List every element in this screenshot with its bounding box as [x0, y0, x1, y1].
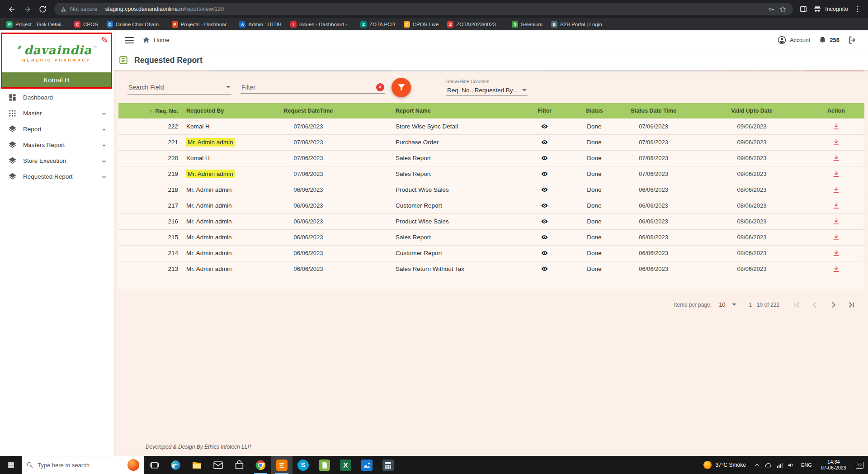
bookmark-item[interactable]: SSelenium — [512, 21, 542, 28]
table-row[interactable]: 221 Mr. Admin admin 07/06/2023 Purchase … — [118, 134, 864, 150]
network-icon[interactable] — [774, 461, 785, 469]
col-status-date-time[interactable]: Status Date Time — [611, 103, 696, 118]
col-request-datetime[interactable]: Request DateTime — [256, 103, 360, 118]
download-icon[interactable] — [832, 249, 840, 256]
download-icon[interactable] — [832, 186, 840, 193]
news-widget-icon[interactable] — [127, 459, 139, 471]
sidebar-item-master[interactable]: Master — [0, 105, 114, 121]
back-icon[interactable] — [5, 2, 19, 16]
bookmark-item[interactable]: ZZOTA/2023/0023 -... — [447, 21, 503, 28]
bookmark-item[interactable]: IIssues · Dashboard ·... — [290, 21, 352, 28]
bookmark-item[interactable]: PProjects · Dashboar... — [172, 21, 231, 28]
side-panel-icon[interactable] — [799, 5, 807, 13]
view-filter-icon[interactable] — [540, 155, 549, 161]
filter-input[interactable] — [241, 84, 376, 91]
first-page-icon[interactable] — [792, 300, 802, 310]
logout-icon[interactable] — [848, 35, 857, 45]
search-field-select[interactable]: Search Field — [127, 81, 231, 95]
bookmark-item[interactable]: PProject _Task Detail... — [6, 21, 66, 28]
sidebar-item-requested-report[interactable]: Requested Report — [0, 169, 114, 185]
sidebar-item-dashboard[interactable]: Dashboard — [0, 90, 114, 105]
last-page-icon[interactable] — [846, 300, 856, 310]
download-icon[interactable] — [832, 170, 840, 177]
action-center-button[interactable]: 22 — [851, 462, 868, 469]
download-icon[interactable] — [832, 123, 840, 129]
clock[interactable]: 14:34 07-06-2023 — [816, 459, 851, 471]
bookmark-item[interactable]: ZZOTA PCD — [360, 21, 395, 28]
col-status[interactable]: Status — [577, 103, 611, 118]
mail-icon[interactable] — [208, 456, 229, 474]
columns-select[interactable]: Req. No., Requested By... — [446, 85, 528, 96]
hamburger-menu-icon[interactable] — [125, 37, 134, 43]
sidebar-item-masters-report[interactable]: Masters Report — [0, 137, 114, 153]
bookmark-item[interactable]: OOnline Char Dham... — [107, 21, 163, 28]
bookmark-item[interactable]: CCPOS — [74, 21, 98, 28]
skype-icon[interactable]: S — [292, 456, 314, 474]
view-filter-icon[interactable] — [540, 123, 549, 129]
account-button[interactable]: Account — [777, 35, 810, 45]
view-filter-icon[interactable] — [540, 139, 549, 146]
view-filter-icon[interactable] — [540, 234, 549, 241]
col-valid-upto-date[interactable]: Valid Upto Date — [696, 103, 808, 118]
bookmark-item[interactable]: CCPOS-Live — [404, 21, 439, 28]
download-icon[interactable] — [832, 138, 840, 145]
col-action[interactable]: Action — [808, 103, 864, 118]
sidebar-item-report[interactable]: Report — [0, 121, 114, 137]
view-filter-icon[interactable] — [540, 202, 549, 209]
onedrive-cloud-icon[interactable] — [763, 461, 774, 469]
notes-app-icon[interactable] — [314, 456, 335, 474]
download-icon[interactable] — [832, 154, 840, 161]
col-filter[interactable]: Filter — [512, 103, 577, 118]
col-req-no[interactable]: ↑Req. No. — [118, 103, 182, 118]
download-icon[interactable] — [832, 202, 840, 209]
microsoft-store-icon[interactable] — [229, 456, 250, 474]
bookmark-star-icon[interactable] — [779, 5, 787, 13]
bookmark-item[interactable]: AAdmin : UTDB — [239, 21, 282, 28]
forward-icon[interactable] — [20, 2, 34, 16]
col-requested-by[interactable]: Requested By — [182, 103, 256, 118]
table-row[interactable]: 219 Mr. Admin admin 07/06/2023 Sales Rep… — [118, 166, 864, 182]
cpos-app-icon[interactable] — [271, 456, 292, 474]
notifications-button[interactable]: 256 — [818, 36, 840, 44]
sidebar-item-store-execution[interactable]: Store Execution — [0, 153, 114, 169]
view-filter-icon[interactable] — [540, 186, 549, 193]
download-icon[interactable] — [832, 265, 840, 272]
photos-icon[interactable] — [356, 456, 377, 474]
col-report-name[interactable]: Report Name — [360, 103, 512, 118]
weather-widget[interactable]: 37°C Smoke — [698, 461, 751, 469]
previous-page-icon[interactable] — [810, 300, 820, 310]
language-indicator[interactable]: ENG — [797, 462, 816, 468]
file-explorer-icon[interactable] — [186, 456, 208, 474]
table-row[interactable]: 220 Komal H 07/06/2023 Sales Report Done… — [118, 150, 864, 166]
excel-icon[interactable] — [335, 456, 356, 474]
start-button[interactable] — [0, 456, 22, 474]
download-icon[interactable] — [832, 218, 840, 224]
password-key-icon[interactable] — [768, 5, 775, 13]
table-row[interactable]: 213 Mr. Admin admin 06/06/2023 Sales Ret… — [118, 261, 864, 277]
view-filter-icon[interactable] — [540, 250, 549, 256]
address-bar[interactable]: Not secure staging.cpos.davaindiaonline.… — [54, 3, 793, 15]
bookmark-item[interactable]: BB2B Portal | Login — [551, 21, 602, 28]
calculator-icon[interactable] — [377, 456, 399, 474]
download-icon[interactable] — [832, 233, 840, 240]
volume-icon[interactable] — [785, 461, 797, 469]
table-row[interactable]: 218 Mr. Admin admin 06/06/2023 Product W… — [118, 182, 864, 198]
chrome-icon[interactable] — [250, 456, 271, 474]
table-row[interactable]: 222 Komal H 07/06/2023 Store Wise Sync D… — [118, 118, 864, 134]
apply-filter-button[interactable] — [392, 78, 411, 97]
next-page-icon[interactable] — [828, 300, 838, 310]
table-row[interactable]: 214 Mr. Admin admin 06/06/2023 Customer … — [118, 245, 864, 261]
view-filter-icon[interactable] — [540, 218, 549, 225]
task-view-icon[interactable] — [144, 456, 165, 474]
table-row[interactable]: 217 Mr. Admin admin 06/06/2023 Customer … — [118, 198, 864, 213]
table-row[interactable]: 215 Mr. Admin admin 06/06/2023 Sales Rep… — [118, 229, 864, 245]
edge-icon[interactable] — [165, 456, 186, 474]
reload-icon[interactable] — [35, 2, 50, 16]
tray-expand-icon[interactable] — [751, 461, 763, 469]
browser-menu-icon[interactable] — [854, 5, 862, 13]
items-per-page-select[interactable]: 10 — [719, 301, 736, 308]
clear-filter-icon[interactable]: ✕ — [376, 83, 384, 91]
home-breadcrumb[interactable]: Home — [142, 36, 170, 44]
view-filter-icon[interactable] — [540, 171, 549, 177]
taskbar-search[interactable]: Type here to search — [22, 456, 144, 474]
